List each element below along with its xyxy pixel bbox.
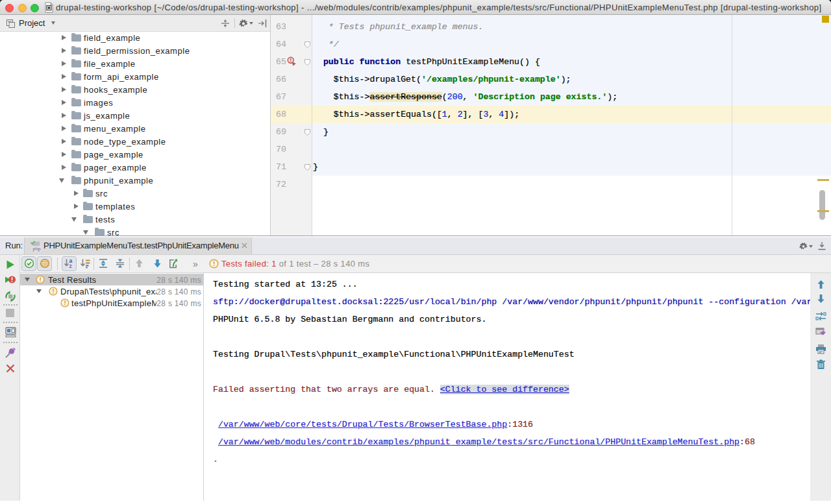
svg-text:z: z [69,263,72,269]
svg-text:php: php [32,246,40,252]
